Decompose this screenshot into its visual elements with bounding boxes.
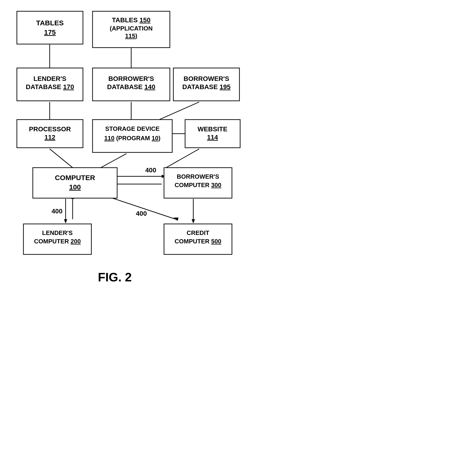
svg-text:COMPUTER 500: COMPUTER 500 (175, 238, 221, 245)
svg-text:114: 114 (207, 134, 218, 141)
svg-text:LENDER'S: LENDER'S (42, 229, 73, 236)
svg-line-26 (50, 149, 73, 168)
svg-text:STORAGE DEVICE: STORAGE DEVICE (105, 125, 160, 132)
svg-text:BORROWER'S: BORROWER'S (177, 173, 219, 180)
svg-text:TABLES: TABLES (36, 19, 64, 27)
svg-text:COMPUTER 300: COMPUTER 300 (175, 181, 221, 188)
svg-text:COMPUTER: COMPUTER (55, 174, 95, 181)
svg-line-27 (101, 154, 126, 168)
svg-marker-44 (192, 219, 195, 224)
svg-text:LENDER'S: LENDER'S (33, 75, 66, 82)
svg-line-25 (159, 102, 199, 120)
svg-text:(APPLICATION: (APPLICATION (110, 25, 153, 32)
svg-rect-70 (33, 168, 117, 198)
svg-text:COMPUTER 200: COMPUTER 200 (34, 238, 81, 245)
svg-text:TABLES 150: TABLES 150 (112, 16, 150, 24)
svg-text:400: 400 (51, 207, 63, 215)
svg-text:112: 112 (44, 134, 56, 141)
svg-text:WEBSITE: WEBSITE (198, 125, 227, 133)
svg-text:FIG. 2: FIG. 2 (98, 270, 132, 284)
svg-text:100: 100 (69, 183, 81, 191)
svg-text:115): 115) (125, 32, 137, 39)
svg-text:BORROWER'S: BORROWER'S (184, 75, 229, 82)
svg-text:PROCESSOR: PROCESSOR (29, 125, 71, 133)
svg-marker-41 (173, 218, 179, 221)
svg-rect-45 (17, 11, 83, 44)
svg-text:DATABASE 140: DATABASE 140 (107, 83, 155, 90)
svg-text:400: 400 (136, 210, 147, 217)
svg-text:175: 175 (44, 28, 56, 36)
svg-text:110 (PROGRAM 10): 110 (PROGRAM 10) (104, 135, 161, 142)
svg-marker-36 (64, 219, 67, 224)
svg-text:DATABASE 170: DATABASE 170 (26, 83, 74, 90)
svg-text:BORROWER'S: BORROWER'S (108, 75, 154, 82)
svg-text:DATABASE 195: DATABASE 195 (182, 83, 231, 90)
svg-text:CREDIT: CREDIT (187, 229, 209, 236)
svg-text:400: 400 (145, 167, 156, 174)
